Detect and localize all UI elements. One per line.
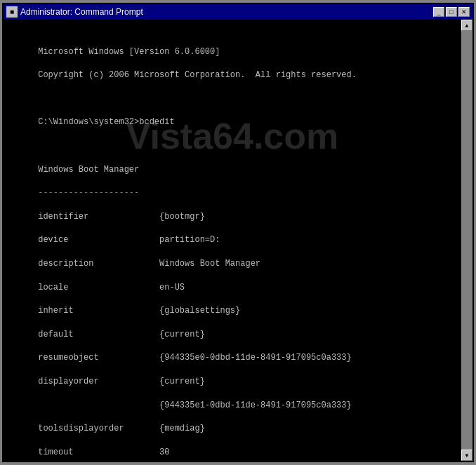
minimize-button[interactable]: _ xyxy=(433,7,444,17)
scroll-track[interactable] xyxy=(461,31,472,450)
bootmgr-locale: locale en-US xyxy=(38,283,185,292)
scroll-down-button[interactable]: ▼ xyxy=(461,450,472,461)
bootmgr-toolsdisplayorder: toolsdisplayorder {memdiag} xyxy=(38,424,205,433)
title-controls: _ □ ✕ xyxy=(433,7,470,17)
section1-title: Windows Boot Manager xyxy=(38,165,139,175)
title-bar: ■ Administrator: Command Prompt _ □ ✕ xyxy=(4,4,472,20)
divider1: -------------------- xyxy=(38,188,139,198)
terminal-output[interactable]: Vista64.com Microsoft Windows [Version 6… xyxy=(4,20,461,461)
bootmgr-inherit: inherit {globalsettings} xyxy=(38,306,240,316)
bootmgr-device: device partition=D: xyxy=(38,235,220,245)
close-button[interactable]: ✕ xyxy=(458,7,470,17)
bootmgr-displayorder1: displayorder {current} xyxy=(38,377,205,386)
bootmgr-default: default {current} xyxy=(38,330,205,339)
version-line: Microsoft Windows [Version 6.0.6000] xyxy=(38,47,220,57)
bootmgr-description: description Windows Boot Manager xyxy=(38,259,260,269)
maximize-button[interactable]: □ xyxy=(446,7,457,17)
bootmgr-identifier: identifier {bootmgr} xyxy=(38,212,205,222)
window-icon: ■ xyxy=(6,6,18,18)
window-title: Administrator: Command Prompt xyxy=(20,7,143,17)
bootmgr-timeout: timeout 30 xyxy=(38,447,169,457)
command-prompt-window: ■ Administrator: Command Prompt _ □ ✕ Vi… xyxy=(2,3,474,462)
content-area: Vista64.com Microsoft Windows [Version 6… xyxy=(4,20,472,461)
bcdedit-cmd: C:\Windows\system32>bcdedit xyxy=(38,117,174,127)
bootmgr-resumeobject: resumeobject {944335e0-0dbd-11de-8491-91… xyxy=(38,353,351,363)
title-bar-left: ■ Administrator: Command Prompt xyxy=(6,6,143,18)
bootmgr-displayorder2: {944335e1-0dbd-11de-8491-917095c0a333} xyxy=(38,400,351,410)
scrollbar[interactable]: ▲ ▼ xyxy=(461,20,472,461)
copyright-line: Copyright (c) 2006 Microsoft Corporation… xyxy=(38,70,357,80)
scroll-up-button[interactable]: ▲ xyxy=(461,20,472,31)
